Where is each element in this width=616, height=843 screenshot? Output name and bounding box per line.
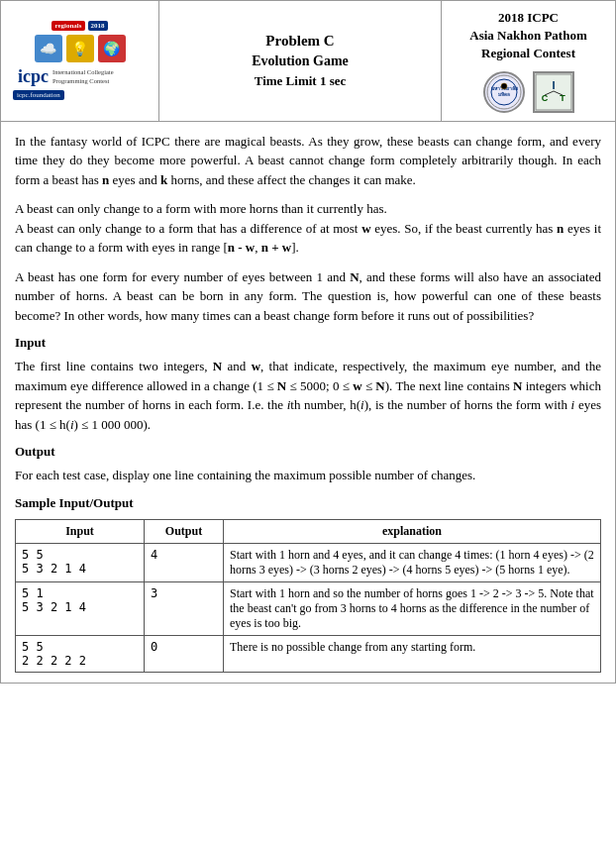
- input-text: The first line contains two integers, N …: [15, 357, 601, 434]
- table-cell-explanation-3: There is no possible change from any sta…: [224, 635, 601, 672]
- table-cell-output-3: 0: [145, 635, 224, 672]
- table-cell-input-1: 5 55 3 2 1 4: [16, 543, 145, 581]
- body-content: In the fantasy world of ICPC there are m…: [0, 121, 616, 684]
- table-cell-input-2: 5 15 3 2 1 4: [16, 581, 145, 635]
- sample-table: Input Output explanation 5 55 3 2 1 4 4 …: [15, 519, 601, 673]
- table-header-input: Input: [16, 519, 145, 543]
- university-logo: มหาวิทยาลัย มหิดล: [483, 71, 525, 113]
- table-row: 5 52 2 2 2 2 0 There is no possible chan…: [16, 635, 601, 672]
- year-badge: 2018: [88, 21, 108, 31]
- output-text: For each test case, display one line con…: [15, 466, 601, 485]
- time-limit: Time Limit 1 sec: [255, 73, 347, 89]
- svg-text:I: I: [552, 79, 555, 91]
- logo-bulb-icon: 💡: [66, 35, 94, 62]
- table-cell-explanation-1: Start with 1 horn and 4 eyes, and it can…: [224, 543, 601, 581]
- logo-icon-row: ☁️ 💡 🌍: [35, 35, 126, 62]
- intro-paragraph-3: A beast has one form for every number of…: [15, 267, 601, 326]
- regional-badge: regionals: [51, 21, 84, 31]
- table-header-output: Output: [145, 519, 224, 543]
- icpc-letters: icpc: [18, 66, 49, 87]
- header-problem-info: Problem C Evolution Game Time Limit 1 se…: [159, 1, 442, 121]
- contest-logos: มหาวิทยาลัย มหิดล I C T: [483, 71, 574, 113]
- problem-name: Evolution Game: [252, 53, 349, 69]
- table-row: 5 55 3 2 1 4 4 Start with 1 horn and 4 e…: [16, 543, 601, 581]
- table-cell-output-1: 4: [145, 543, 224, 581]
- input-title: Input: [15, 335, 601, 351]
- page-header: regionals 2018 ☁️ 💡 🌍 icpc International…: [0, 0, 616, 121]
- contest-title: 2018 ICPCAsia Nakhon PathomRegional Cont…: [469, 9, 586, 63]
- icpc-text-block: icpc International Collegiate Programmin…: [18, 66, 142, 87]
- ict-logo: I C T: [533, 71, 574, 113]
- svg-point-4: [501, 83, 507, 89]
- logo-cloud-icon: ☁️: [35, 35, 62, 62]
- intro-paragraph-2: A beast can only change to a form with m…: [15, 199, 601, 258]
- table-cell-output-2: 3: [145, 581, 224, 635]
- table-header-explanation: explanation: [224, 519, 601, 543]
- table-row: 5 15 3 2 1 4 3 Start with 1 horn and so …: [16, 581, 601, 635]
- icpc-foundation-label: icpc.foundation: [13, 90, 64, 100]
- icpc-description: International Collegiate Programming Con…: [52, 68, 142, 85]
- table-cell-explanation-2: Start with 1 horn and so the number of h…: [224, 581, 601, 635]
- header-contest-info: 2018 ICPCAsia Nakhon PathomRegional Cont…: [442, 1, 615, 121]
- svg-text:มหิดล: มหิดล: [498, 91, 510, 97]
- problem-label: Problem C: [265, 33, 334, 50]
- intro-paragraph-1: In the fantasy world of ICPC there are m…: [15, 132, 601, 190]
- sample-title: Sample Input/Output: [15, 495, 601, 511]
- logo-globe-icon: 🌍: [98, 35, 126, 62]
- table-cell-input-3: 5 52 2 2 2 2: [16, 635, 145, 672]
- output-title: Output: [15, 444, 601, 460]
- header-logo: regionals 2018 ☁️ 💡 🌍 icpc International…: [1, 1, 159, 121]
